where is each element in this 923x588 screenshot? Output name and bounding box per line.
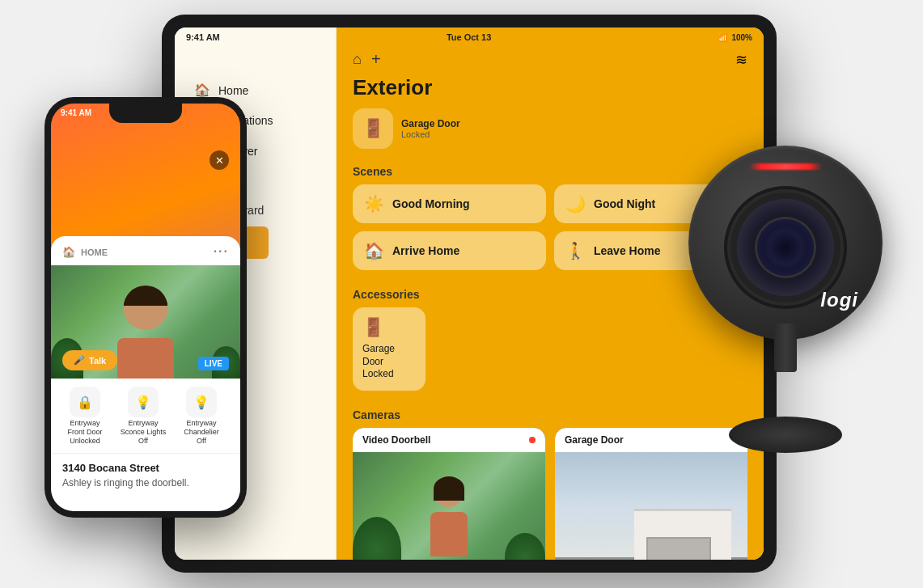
phone-control-front-door[interactable]: 🔒 EntrywayFront DoorUnlocked [61,387,109,445]
sconce-lights-label: EntrywaySconce LightsOff [121,419,167,445]
tablet-status-right: 📶 100% [718,33,752,42]
phone-home-icon: 🏠 [62,246,75,258]
garage-camera-name: Garage Door [565,434,624,446]
garage-building [634,509,731,560]
camera-lens-ring [737,199,834,296]
sconce-lights-icon: 💡 [128,387,159,417]
tree-right [505,533,545,560]
good-night-label: Good Night [594,197,655,210]
phone-home-label: HOME [81,247,108,257]
camera-body: logi [688,146,883,340]
garage-camera-feed [555,452,747,560]
header-left: ⌂ + [353,50,381,69]
chandelier-icon: 💡 [186,387,217,417]
chandelier-label: EntrywayChandelierOff [184,419,219,445]
close-icon: ✕ [215,154,224,167]
good-morning-icon: ☀️ [364,194,384,214]
front-door-label: EntrywayFront DoorUnlocked [67,419,102,445]
person-body [430,512,468,556]
talk-button[interactable]: 🎤 Talk [62,350,117,370]
tree-left [353,517,401,560]
leave-home-label: Leave Home [594,244,660,257]
scene-arrive-home[interactable]: 🏠 Arrive Home [353,231,546,270]
phone-person-container [121,273,170,322]
leave-home-icon: 🚶 [565,241,586,260]
phone-control-sconce-lights[interactable]: 💡 EntrywaySconce LightsOff [119,387,167,445]
good-morning-label: Good Morning [392,197,470,210]
page-title: Exterior [337,75,764,108]
garage-scene [555,452,747,560]
camera-lens-inner [757,219,814,276]
tablet-date: Tue Oct 13 [447,32,491,42]
accessory-garage-icon: 🚪 [362,317,416,338]
phone-control-chandelier[interactable]: 💡 EntrywayChandelierOff [177,387,226,445]
header-home-icon[interactable]: ⌂ [353,51,362,68]
phone-notification: Ashley is ringing the doorbell. [51,476,240,490]
sidebar-home-label: Home [218,84,248,97]
camera-stand-base [729,417,842,453]
camera-stand-neck [774,324,797,372]
accessory-garage-label: Garage DoorLocked [362,343,416,381]
person-figure [417,476,481,560]
close-button[interactable]: ✕ [210,150,229,170]
phone-card-header: 🏠 HOME ··· [51,236,240,265]
more-options-icon[interactable]: ··· [214,244,229,259]
camera-device: logi [672,146,899,453]
tablet-status-bar: 9:41 AM Tue Oct 13 📶 100% [175,27,764,47]
doorbell-camera-feed [353,452,545,560]
live-badge: LIVE [198,357,229,370]
accessory-garage-door[interactable]: 🚪 Garage DoorLocked [353,307,426,391]
phone-card: 🏠 HOME ··· 🎤 Talk LIVE [51,236,240,511]
phone-person-body [117,338,174,379]
phone-notch [109,104,182,123]
good-night-icon: 🌙 [565,194,586,214]
talk-label: Talk [89,356,106,366]
phone-frame: 9:41 AM ✕ 🏠 HOME ··· [44,97,247,518]
header-add-icon[interactable]: + [371,50,381,69]
camera-red-indicator [745,163,826,170]
garage-label: Garage Door [401,118,460,129]
home-icon: 🏠 [194,82,210,98]
doorbell-camera-header: Video Doorbell [353,428,545,452]
phone-video-feed: 🎤 Talk LIVE [51,265,240,379]
phone-controls: 🔒 EntrywayFront DoorUnlocked 💡 EntrywayS… [51,379,240,454]
phone-time: 9:41 AM [61,108,91,117]
phone-address: 3140 Bocana Street [51,454,240,476]
garage-top-label: Garage Door Locked [401,118,460,139]
person-hair [434,476,464,501]
garage-sublabel: Locked [401,129,460,139]
garage-icon-bubble: 🚪 [353,108,393,149]
arrive-home-label: Arrive Home [392,244,459,257]
front-door-icon: 🔒 [70,387,100,417]
doorbell-live-dot [529,437,536,443]
phone-person-head [124,286,168,330]
tablet-time: 9:41 AM [186,32,220,42]
camera-brand-logo: logi [820,289,858,311]
wifi-icon: 📶 [718,33,727,42]
phone-card-home: 🏠 HOME [62,246,108,258]
microphone-icon: 🎤 [74,355,85,366]
phone-person-hair [124,286,168,306]
garage-door-visual [646,537,711,560]
arrive-home-icon: 🏠 [364,241,384,260]
doorbell-camera-name: Video Doorbell [362,434,430,446]
camera-video-doorbell[interactable]: Video Doorbell [353,428,545,560]
scene-good-morning[interactable]: ☀️ Good Morning [353,184,546,223]
phone-screen: 9:41 AM ✕ 🏠 HOME ··· [51,104,240,511]
tablet-battery: 100% [731,33,752,42]
siri-icon[interactable]: ≋ [735,51,747,69]
